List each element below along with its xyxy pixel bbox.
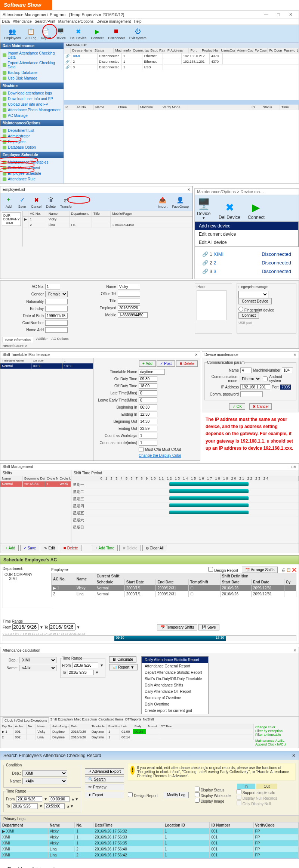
android-check[interactable]: [263, 376, 268, 381]
dm-pwd-field[interactable]: [240, 391, 263, 397]
dm-name-field[interactable]: [240, 368, 252, 373]
log-row[interactable]: XIMIVicky12016/9/26 17:56:351001FP: [1, 840, 299, 846]
connect-big-button[interactable]: ▶Connect: [248, 200, 265, 220]
company-tree[interactable]: OUR COMPANY XIMI: [2, 213, 21, 226]
connect-button[interactable]: ▶Connect: [90, 26, 105, 41]
early-field[interactable]: [139, 397, 157, 403]
backup-item[interactable]: Backup Database: [3, 70, 61, 75]
ok-button[interactable]: ✓ OK: [229, 403, 245, 410]
menu-depart[interactable]: Depart Attendance Statistic Report: [142, 669, 208, 676]
emp-row[interactable]: 2 Lina Fx. 1-8633994450: [23, 222, 192, 228]
name-field[interactable]: [118, 284, 140, 289]
filter-exc-link[interactable]: Filter by exception: [255, 729, 297, 733]
device-big-button[interactable]: 🖥️Device▼: [196, 196, 211, 220]
tab-calc-items[interactable]: Calculated Items: [98, 717, 123, 723]
fp-device-radio[interactable]: [238, 307, 243, 311]
log-row[interactable]: XIMILina22016/9/26 17:56:401001FP: [1, 846, 299, 852]
delete-btn[interactable]: ✖ Delete: [176, 360, 198, 367]
gender-select[interactable]: Female: [45, 291, 68, 297]
photo-mgmt-item[interactable]: Attendance Photo Management: [3, 107, 61, 113]
nationality-field[interactable]: [45, 299, 68, 304]
tab-clockio[interactable]: Clock In/Out Log Exceptions: [3, 717, 49, 723]
emp-row[interactable]: ▶ 1 Vicky: [23, 217, 192, 222]
change-color-link[interactable]: Change the Display Color: [96, 453, 198, 458]
tab-misc[interactable]: Misc Exception: [74, 717, 97, 723]
exit-button[interactable]: ⏻Exit system: [128, 26, 148, 41]
employees-item[interactable]: Employees: [3, 139, 61, 145]
ul-user-item[interactable]: Upload user info and FP: [3, 102, 61, 107]
menu-help[interactable]: Help: [134, 19, 142, 24]
data-maint-header[interactable]: Data Maintenance: [0, 43, 64, 49]
dept-tree[interactable]: OUR COMPANY XIMI: [3, 571, 51, 608]
close-icon[interactable]: ✕: [285, 12, 296, 17]
tab-ac-options[interactable]: AC Options: [52, 337, 69, 342]
tab-base[interactable]: Base Information: [3, 337, 33, 342]
export-btn[interactable]: ⬆ Export: [85, 792, 124, 798]
menu-daily-stat[interactable]: Daily Attendance Statistic Report: [142, 657, 208, 663]
birthday-field[interactable]: [45, 306, 68, 311]
device-row[interactable]: 🔗 2 2 Disconnected: [202, 258, 291, 267]
export-item[interactable]: Export Attendance Checking Data: [3, 60, 61, 70]
off-duty-field[interactable]: [139, 383, 157, 389]
mobile-field[interactable]: [118, 312, 148, 318]
modify-log-btn[interactable]: Modify Log: [164, 792, 189, 798]
arrange-btn[interactable]: 📅 Arrange Shifts: [242, 567, 278, 573]
log-row[interactable]: ▶ XIMIVicky12016/9/26 17:56:321001FP: [1, 828, 299, 834]
disp-workcode-check[interactable]: [195, 792, 200, 797]
dep-select[interactable]: XIMI: [19, 657, 56, 663]
deldevice-button[interactable]: ✖Del Device: [69, 26, 88, 41]
emp-schedule-item[interactable]: Employee Schedule: [3, 171, 61, 176]
admin-item[interactable]: Administrator: [3, 133, 61, 139]
adv-export-btn[interactable]: ↗ Advanced Export: [85, 768, 124, 775]
tab-addition[interactable]: Addition: [36, 337, 49, 342]
menu-shifts[interactable]: Daily Attendance Shifts: [142, 682, 208, 688]
title-field[interactable]: [118, 298, 140, 304]
disconnect-button[interactable]: ⏹Disconnect: [107, 26, 126, 41]
from-date[interactable]: [12, 623, 38, 630]
card-field[interactable]: [45, 320, 68, 326]
from-date[interactable]: [16, 796, 42, 802]
cancel-button[interactable]: ✖Cancel: [30, 195, 43, 209]
calculate-btn[interactable]: 🖩 Calculate: [109, 656, 136, 663]
edit-all-option[interactable]: Edit All device: [195, 238, 298, 247]
log-row[interactable]: XIMILina22016/9/26 17:56:421001FP: [1, 852, 299, 858]
home-field[interactable]: [45, 327, 68, 333]
menu-sum-ot[interactable]: Summary of Overtime: [142, 695, 208, 701]
connect-device-btn[interactable]: Connect Device: [238, 298, 272, 304]
machine-header[interactable]: Machine: [0, 83, 64, 89]
att-rule-item[interactable]: Attendance Rule: [3, 176, 61, 182]
calc-row[interactable]: ▶ 1 001 Vicky Daytime 2016/9/26 Daytime …: [0, 729, 254, 735]
to-date[interactable]: [49, 623, 75, 630]
addtime-btn[interactable]: + Add Time: [92, 545, 118, 551]
dob-field[interactable]: [45, 313, 68, 319]
clearall-btn[interactable]: ⊘ Clear All: [142, 545, 167, 551]
menu-attendance[interactable]: Attendance: [13, 19, 32, 24]
maint-timetables-item[interactable]: Maintenance Timetables: [3, 159, 61, 165]
disp-status-check[interactable]: [195, 787, 200, 791]
device-button[interactable]: 🖥️Device: [54, 26, 68, 41]
dm-port-field[interactable]: [280, 384, 291, 390]
late-field[interactable]: [139, 390, 157, 396]
name-select[interactable]: <All>: [19, 665, 56, 671]
delete-btn[interactable]: ✖ Delete: [60, 545, 81, 551]
delete-button[interactable]: 🗑Delete: [44, 195, 57, 209]
add-btn[interactable]: + Add: [139, 360, 156, 367]
close-icon[interactable]: ✕: [292, 753, 296, 758]
tab-ot[interactable]: OTReports: [125, 717, 141, 723]
dm-ip-field[interactable]: [240, 384, 270, 390]
menu-maintenance[interactable]: Maintenance/Options: [58, 19, 94, 24]
import-button[interactable]: 📥Import: [156, 195, 169, 209]
save-btn[interactable]: 💾 Save: [198, 624, 219, 630]
shifts-mgmt-item[interactable]: Shifts Management: [3, 165, 61, 171]
design-check[interactable]: [128, 792, 133, 797]
add-btn[interactable]: + Add: [2, 545, 19, 551]
db-option-item[interactable]: Database Option: [3, 145, 61, 150]
temp-shifts-btn[interactable]: 📅 Temporary Shifts: [157, 624, 197, 630]
device-row[interactable]: 🔗 1 XIMI Disconnected: [202, 250, 291, 258]
menu-create-grid[interactable]: Create report for current grid: [142, 707, 208, 714]
menu-data[interactable]: Data: [2, 19, 10, 24]
sched-row[interactable]: 2LinaNormal2000/1/12999/12/31☐2016/9/262…: [52, 591, 296, 597]
minutes-field[interactable]: [139, 440, 157, 446]
menu-device-mgmt[interactable]: Device management: [96, 19, 131, 24]
close-icon[interactable]: ✕: [187, 187, 190, 192]
